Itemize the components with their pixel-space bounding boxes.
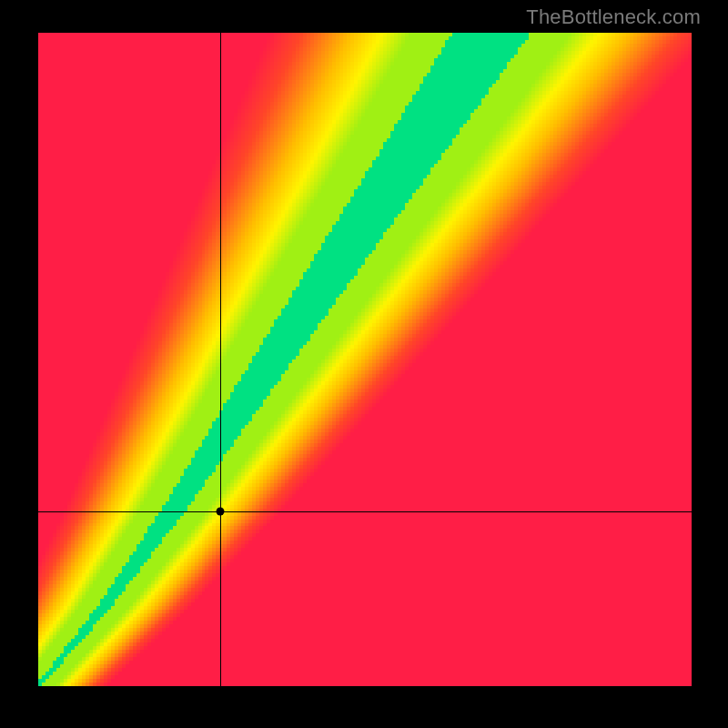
heatmap-canvas [38, 33, 692, 686]
selection-marker-dot [216, 508, 224, 516]
figure-frame: TheBottleneck.com [0, 0, 728, 728]
watermark-text: TheBottleneck.com [526, 5, 701, 29]
plot-area [38, 33, 692, 686]
crosshair-vertical [220, 33, 221, 686]
crosshair-horizontal [38, 511, 692, 512]
